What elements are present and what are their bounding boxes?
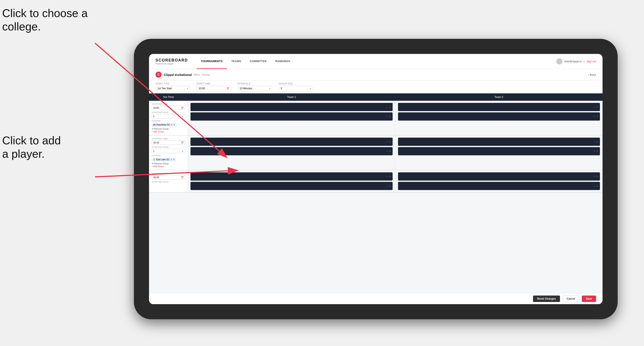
nav-link-teams[interactable]: TEAMS — [227, 54, 246, 69]
row-group-1: STARTING TIME: 10:00 ⏰ STARTING HOLE: 1 … — [149, 101, 602, 136]
player-slot-4-1[interactable]: ✕ ⬍ — [398, 138, 600, 146]
intervals-input[interactable]: 10 Minutes ▾ — [238, 86, 272, 91]
player-slot-3-2[interactable]: ✕ ⬍ — [190, 147, 392, 155]
edit-icon[interactable]: ⬍ — [596, 106, 598, 109]
row-group-2: STARTING TIME: 10:10 ⏰ STARTING HOLE: 1 … — [149, 136, 602, 170]
nav-link-tournaments[interactable]: TOURNAMENTS — [196, 54, 227, 69]
remove-group-link-2[interactable]: ⟲ Remove Group — [152, 163, 185, 165]
remove-course-icon-2[interactable]: ✕ — [170, 158, 172, 161]
x-icon[interactable]: ✕ — [386, 185, 388, 187]
add-group-link-2[interactable]: + Add Group — [152, 165, 185, 168]
x-icon[interactable]: ✕ — [386, 175, 388, 178]
user-email: blair@clippd.io — [564, 60, 582, 63]
row-group-3: STARTING TIME: 10:20 ⏰ STARTING HOLE: ✕ … — [149, 170, 602, 193]
group-size-group: Group Size 3 ▾ — [278, 83, 313, 91]
edit-icon[interactable]: ⬍ — [389, 106, 391, 109]
back-link[interactable]: ‹ Back — [588, 73, 596, 76]
starting-time-input-2[interactable]: 10:10 ⏰ — [152, 141, 185, 145]
event-title: Clippd Invitational — [164, 73, 192, 77]
x-icon[interactable]: ✕ — [594, 175, 596, 178]
sign-out-link[interactable]: Sign out — [586, 60, 596, 63]
edit-icon[interactable]: ⬍ — [389, 150, 391, 153]
x-icon[interactable]: ✕ — [594, 185, 596, 187]
user-avatar — [556, 58, 562, 64]
save-button[interactable]: Save — [582, 296, 596, 302]
tablet-frame: SCOREBOARD Powered by clippd TOURNAMENTS… — [134, 39, 618, 319]
course-tag-2[interactable]: 🏌 East Lake GC ✕ ✎ — [152, 158, 176, 161]
player-slot-1-1[interactable]: ✕ ⬍ — [190, 103, 392, 111]
course-label-1: COURSE: — [152, 120, 185, 122]
team1-col-3: ✕ ⬍ ✕ ⬍ — [188, 170, 396, 192]
intervals-group: Intervals 10 Minutes ▾ — [238, 83, 272, 91]
course-label-2: COURSE: — [152, 155, 185, 157]
edit-icon[interactable]: ⬍ — [596, 141, 598, 143]
add-group-link-1[interactable]: + Add Group — [152, 131, 185, 133]
edit-icon[interactable]: ⬍ — [596, 115, 598, 118]
starting-time-label-2: STARTING TIME: — [152, 138, 185, 140]
edit-icon[interactable]: ⬍ — [596, 175, 598, 178]
course-name-2: 🏌 East Lake GC — [153, 158, 170, 161]
player-slot-6-1[interactable]: ✕ ⬍ — [398, 172, 600, 180]
starting-time-input-3[interactable]: 10:20 ⏰ — [152, 175, 185, 179]
left-panel-3: STARTING TIME: 10:20 ⏰ STARTING HOLE: — [149, 170, 188, 192]
remove-group-link-1[interactable]: ⟲ Remove Group — [152, 128, 185, 130]
cancel-button[interactable]: Cancel — [562, 296, 579, 302]
event-gender: (Men) Hosting — [194, 73, 210, 76]
edit-icon[interactable]: ⬍ — [389, 185, 391, 187]
x-icon[interactable]: ✕ — [594, 115, 596, 118]
th-team2: Team 2 — [395, 93, 602, 101]
player-slot-1-2[interactable]: ✕ ⬍ — [190, 112, 392, 121]
x-icon[interactable]: ✕ — [386, 115, 388, 118]
player-slot-4-2[interactable]: ✕ ⬍ — [398, 147, 600, 155]
group-size-label: Group Size — [278, 83, 313, 85]
course-tag-1[interactable]: (A) Peachtree GC ✕ ✎ — [152, 123, 176, 126]
start-time-label: Start Time — [196, 83, 231, 85]
start-type-input[interactable]: 1st Tee Start ▾ — [156, 86, 190, 91]
player-slot-2-1[interactable]: ✕ ⬍ — [398, 103, 600, 111]
team2-col-3: ✕ ⬍ ✕ ⬍ — [396, 170, 603, 192]
nav-link-rankings[interactable]: RANKINGS — [271, 54, 294, 69]
course-name-1: (A) Peachtree GC — [153, 124, 170, 126]
x-icon[interactable]: ✕ — [386, 141, 388, 143]
x-icon[interactable]: ✕ — [594, 141, 596, 143]
dropdown-arrow-icon-2: ▾ — [269, 87, 270, 90]
top-nav: SCOREBOARD Powered by clippd TOURNAMENTS… — [149, 54, 602, 69]
team1-col-2: ✕ ⬍ ✕ ⬍ — [188, 136, 396, 170]
remove-course-icon-1[interactable]: ✕ — [171, 124, 172, 126]
player-slot-5-2[interactable]: ✕ ⬍ — [190, 182, 392, 190]
group-size-input[interactable]: 3 ▾ — [278, 86, 313, 91]
edit-course-icon-1[interactable]: ✎ — [174, 124, 175, 126]
nav-right: blair@clippd.io | Sign out — [556, 58, 596, 64]
edit-icon[interactable]: ⬍ — [389, 175, 391, 178]
th-tee-time: Tee Time — [149, 93, 188, 101]
app-footer: Reset Changes Cancel Save — [149, 293, 602, 304]
start-time-group: Start Time 10:00 ⏰ — [196, 83, 231, 91]
starting-hole-input-1[interactable]: 1 ⬍ — [152, 114, 185, 118]
x-icon[interactable]: ✕ — [386, 150, 388, 153]
sub-header: C Clippd Invitational (Men) Hosting ‹ Ba… — [149, 69, 602, 80]
x-icon[interactable]: ✕ — [594, 150, 596, 153]
player-slot-6-2[interactable]: ✕ ⬍ — [398, 182, 600, 190]
separator: | — [584, 60, 584, 63]
reset-changes-button[interactable]: Reset Changes — [533, 296, 560, 302]
edit-course-icon-2[interactable]: ✎ — [173, 158, 175, 161]
edit-icon[interactable]: ⬍ — [389, 115, 391, 118]
tablet-screen: SCOREBOARD Powered by clippd TOURNAMENTS… — [149, 54, 602, 304]
annotation-add-player: Click to adda player. — [2, 134, 61, 161]
starting-hole-input-2[interactable]: 1 ⬍ — [152, 149, 185, 153]
scroll-area[interactable]: STARTING TIME: 10:00 ⏰ STARTING HOLE: 1 … — [149, 101, 602, 293]
edit-icon[interactable]: ⬍ — [596, 150, 598, 153]
starting-time-label-3: STARTING TIME: — [152, 172, 185, 174]
team2-col-2: ✕ ⬍ ✕ ⬍ — [396, 136, 603, 170]
x-icon[interactable]: ✕ — [386, 106, 388, 109]
edit-icon[interactable]: ⬍ — [389, 141, 391, 143]
player-slot-2-2[interactable]: ✕ ⬍ — [398, 112, 600, 121]
start-time-input[interactable]: 10:00 ⏰ — [196, 86, 231, 91]
player-slot-5-1[interactable]: ✕ ⬍ — [190, 172, 392, 180]
edit-icon[interactable]: ⬍ — [596, 185, 598, 187]
dropdown-arrow-icon: ▾ — [187, 87, 188, 90]
nav-link-committee[interactable]: COMMITTEE — [245, 54, 271, 69]
x-icon[interactable]: ✕ — [594, 106, 596, 109]
player-slot-3-1[interactable]: ✕ ⬍ — [190, 138, 392, 146]
starting-time-input-1[interactable]: 10:00 ⏰ — [152, 106, 185, 110]
